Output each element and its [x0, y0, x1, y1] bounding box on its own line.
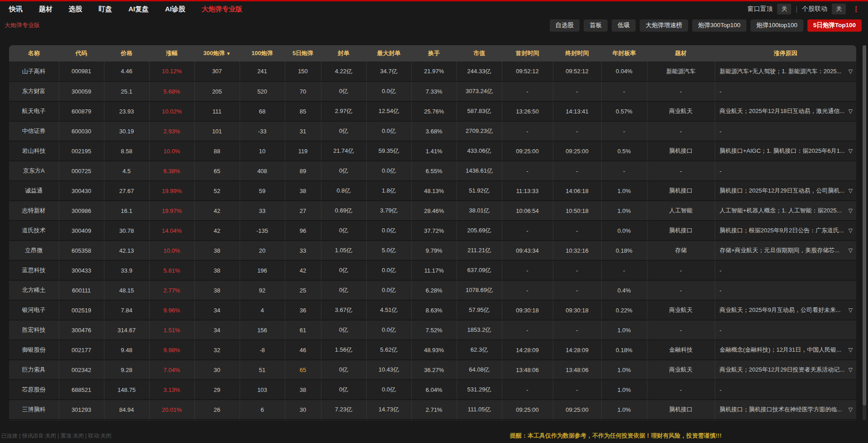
tab-5day-bomb-top100[interactable]: 5日炮弹Top100: [807, 19, 862, 32]
table-row[interactable]: 北方稀土60011148.152.77%3892250亿0.0亿6.28%107…: [9, 280, 856, 300]
table-row[interactable]: 蓝思科技30043333.95.81%38196420亿0.0亿11.17%63…: [9, 260, 856, 280]
expand-reason-icon[interactable]: ▽: [849, 188, 853, 194]
nav-item-ai-review[interactable]: AI复盘: [128, 5, 149, 14]
table-row[interactable]: 道氏技术30040930.7814.04%42-135960亿0.0亿37.72…: [9, 221, 856, 240]
column-header-price[interactable]: 价格: [104, 45, 149, 61]
cell-code: 000725: [59, 161, 104, 181]
window-pin-toggle[interactable]: 关: [777, 4, 791, 14]
more-menu-icon[interactable]: ⋮: [850, 5, 862, 14]
table-row[interactable]: 山子高科0009814.4610.12%3072411504.22亿34.7亿2…: [9, 61, 856, 81]
column-header-code[interactable]: 代码: [59, 45, 104, 61]
table-row[interactable]: 志特新材30098616.119.97%4233270.69亿3.79亿28.4…: [9, 201, 856, 221]
cell-turnover: 1.41%: [411, 141, 457, 161]
expand-reason-icon[interactable]: ▽: [849, 247, 853, 254]
table-row[interactable]: 巨力索具0023429.287.04%3051650亿10.43亿36.27%6…: [9, 360, 856, 380]
cell-price: 4.46: [104, 61, 149, 81]
cell-bomb5d: 27: [285, 201, 321, 221]
column-header-market-cap[interactable]: 市值: [457, 45, 502, 61]
nav-item-news[interactable]: 快讯: [9, 5, 23, 14]
cell-name: 诚益通: [9, 181, 59, 201]
vertical-scrollbar[interactable]: [863, 45, 866, 420]
cell-turnover: 11.17%: [411, 260, 457, 280]
nav-item-dapaodan-pro[interactable]: 大炮弹专业版: [202, 5, 242, 14]
cell-change-pct: 19.99%: [149, 181, 194, 201]
cell-name: 银河电子: [9, 300, 59, 320]
nav-item-themes[interactable]: 题材: [39, 5, 52, 14]
cell-seal: 0亿: [321, 320, 366, 340]
cell-bomb5d: 38: [285, 380, 321, 400]
table-row[interactable]: 三博脑科30129384.9420.01%266307.23亿14.73亿2.7…: [9, 400, 856, 419]
column-header-seal[interactable]: 封单: [321, 45, 366, 61]
table-row[interactable]: 航天电子60087923.9310.02%11168852.97亿12.54亿2…: [9, 101, 856, 121]
table-row[interactable]: 诚益通30043027.6719.99%5259380.8亿1.8亿48.13%…: [9, 181, 856, 201]
cell-year-seal-rate: -: [601, 121, 647, 141]
cell-turnover: 6.28%: [411, 280, 457, 300]
tab-watchlist[interactable]: 自选股: [550, 19, 580, 32]
cell-max-seal: 14.73亿: [366, 400, 411, 419]
cell-last-seal-time: -: [553, 81, 601, 101]
table-row[interactable]: 胜宏科技300476314.671.51%34156610亿0.0亿7.52%1…: [9, 320, 856, 340]
column-header-limit-reason[interactable]: 涨停原因: [715, 45, 856, 61]
expand-reason-icon[interactable]: ▽: [849, 148, 853, 154]
cell-price: 30.78: [104, 221, 149, 240]
table-row[interactable]: 岩山科技0021958.5810.0%881011921.74亿59.35亿1.…: [9, 141, 856, 161]
cell-price: 48.15: [104, 280, 149, 300]
tab-bomb300-top100[interactable]: 炮弹300Top100: [692, 19, 746, 32]
column-header-bomb300[interactable]: 300炮弹 ▼: [194, 45, 240, 61]
cell-change-pct: 10.0%: [149, 141, 194, 161]
cell-max-seal: 0.0亿: [366, 161, 411, 181]
cell-market-cap: 64.08亿: [457, 360, 502, 380]
column-header-bomb5d[interactable]: 5日炮弹: [285, 45, 321, 61]
table-row[interactable]: 御银股份0021779.489.98%32-8461.56亿5.62亿48.93…: [9, 340, 856, 360]
cell-last-seal-time: -: [553, 161, 601, 181]
expand-reason-icon[interactable]: ▽: [849, 108, 853, 114]
expand-reason-icon[interactable]: ▽: [849, 307, 853, 313]
expand-reason-icon[interactable]: ▽: [849, 207, 853, 214]
cell-max-seal: 0.0亿: [366, 221, 411, 240]
table-row[interactable]: 银河电子0025197.849.96%344363.67亿4.51亿8.63%5…: [9, 300, 856, 320]
cell-turnover: 6.55%: [411, 161, 457, 181]
column-header-theme[interactable]: 题材: [647, 45, 715, 61]
column-header-first-seal-time[interactable]: 首封时间: [502, 45, 553, 61]
cell-bomb100: -135: [240, 221, 285, 240]
stock-link-toggle[interactable]: 关: [832, 4, 846, 14]
cell-name: 三博脑科: [9, 400, 59, 419]
cell-change-pct: 6.38%: [149, 161, 194, 181]
column-header-turnover[interactable]: 换手: [411, 45, 457, 61]
tab-dapaodan-growth[interactable]: 大炮弹增速榜: [640, 19, 688, 32]
cell-bomb300: 52: [194, 181, 240, 201]
table-row[interactable]: 京东方A0007254.56.38%65408890亿0.0亿6.55%1436…: [9, 161, 856, 181]
column-header-last-seal-time[interactable]: 终封时间: [553, 45, 601, 61]
cell-year-seal-rate: 1.0%: [601, 380, 647, 400]
expand-reason-icon[interactable]: ▽: [849, 68, 853, 75]
column-header-max-seal[interactable]: 最大封单: [366, 45, 411, 61]
nav-item-stock-pick[interactable]: 选股: [69, 5, 82, 14]
table-row[interactable]: 芯原股份688521148.753.13%29103380亿0.0亿6.04%5…: [9, 380, 856, 400]
nav-item-ai-diagnose[interactable]: AI诊股: [165, 5, 185, 14]
tab-bomb100-top100[interactable]: 炮弹100top100: [750, 19, 803, 32]
column-header-change-pct[interactable]: 涨幅: [149, 45, 194, 61]
tab-low-absorb[interactable]: 低吸: [612, 19, 636, 32]
table-row[interactable]: 东方财富30005925.15.68%205520700亿0.0亿7.33%30…: [9, 81, 856, 101]
column-header-name[interactable]: 名称: [9, 45, 59, 61]
cell-bomb5d: 42: [285, 260, 321, 280]
cell-bomb300: 32: [194, 340, 240, 360]
expand-reason-icon[interactable]: ▽: [849, 406, 853, 413]
tab-first-board[interactable]: 首板: [584, 19, 608, 32]
cell-bomb300: 38: [194, 280, 240, 300]
expand-reason-icon[interactable]: ▽: [849, 347, 853, 353]
expand-reason-icon[interactable]: ▽: [849, 367, 853, 373]
cell-name: 蓝思科技: [9, 260, 59, 280]
cell-limit-reason: -: [715, 81, 856, 101]
nav-item-watch[interactable]: 盯盘: [99, 5, 112, 14]
cell-price: 9.48: [104, 340, 149, 360]
table-row[interactable]: 立昂微60535842.1310.0%3820331.05亿5.0亿9.79%2…: [9, 240, 856, 260]
column-header-year-seal-rate[interactable]: 年封板率: [601, 45, 647, 61]
cell-theme: 脑机接口: [647, 141, 715, 161]
cell-max-seal: 0.0亿: [366, 81, 411, 101]
column-header-bomb100[interactable]: 100炮弹: [240, 45, 285, 61]
scrollbar-thumb[interactable]: [863, 45, 866, 405]
table-row[interactable]: 中信证券60003030.192.93%101-33310亿0.0亿3.68%2…: [9, 121, 856, 141]
expand-reason-icon[interactable]: ▽: [849, 227, 853, 234]
cell-first-seal-time: -: [502, 121, 553, 141]
